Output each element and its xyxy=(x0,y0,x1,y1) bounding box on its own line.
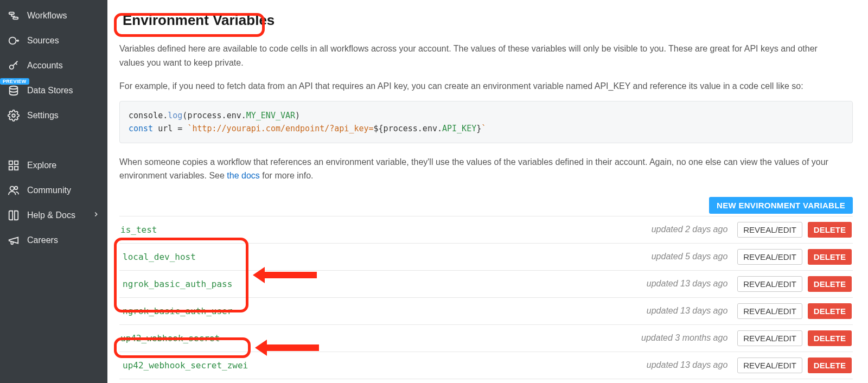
delete-button[interactable]: DELETE xyxy=(808,303,852,319)
key-icon xyxy=(8,60,20,72)
env-var-name: up42_webhook_secret_zwei xyxy=(120,360,647,371)
desc-para-1: Variables defined here are available to … xyxy=(119,42,841,69)
env-var-updated: updated 5 days ago xyxy=(652,252,728,261)
sidebar-item-label: Help & Docs xyxy=(27,210,75,220)
env-var-row: up42_webhook_secretupdated 3 months agoR… xyxy=(119,325,853,352)
sidebar-item-explore[interactable]: Explore xyxy=(0,153,107,178)
svg-rect-0 xyxy=(9,12,14,15)
book-icon xyxy=(8,209,20,221)
sidebar-group-secondary: Explore Community Help & Docs Careers xyxy=(0,153,107,253)
env-var-row: ngrok_basic_auth_userupdated 13 days ago… xyxy=(119,298,853,325)
sidebar-divider xyxy=(0,128,107,150)
users-icon xyxy=(8,184,20,196)
env-var-name: ngrok_basic_auth_user xyxy=(120,305,647,317)
delete-button[interactable]: DELETE xyxy=(808,249,852,265)
desc-para-2: For example, if you need to fetch data f… xyxy=(119,79,841,93)
sidebar-item-label: Sources xyxy=(27,36,59,46)
reveal-edit-button[interactable]: REVEAL/EDIT xyxy=(737,249,802,265)
sidebar-item-help-docs[interactable]: Help & Docs xyxy=(0,203,107,228)
svg-point-10 xyxy=(10,187,14,190)
svg-rect-1 xyxy=(13,17,18,20)
new-env-var-button[interactable]: NEW ENVIRONMENT VARIABLE xyxy=(709,197,853,214)
env-var-updated: updated 13 days ago xyxy=(647,360,727,370)
env-var-name: ngrok_basic_auth_pass xyxy=(120,278,647,290)
reveal-edit-button[interactable]: REVEAL/EDIT xyxy=(737,330,802,346)
env-var-updated: updated 3 months ago xyxy=(641,333,727,343)
svg-point-5 xyxy=(12,114,15,117)
preview-badge: PREVIEW xyxy=(0,78,29,85)
desc-para-3: When someone copies a workflow that refe… xyxy=(119,155,841,183)
delete-button[interactable]: DELETE xyxy=(808,330,852,346)
docs-link[interactable]: the docs xyxy=(227,171,259,180)
env-var-updated: updated 13 days ago xyxy=(647,306,727,316)
reveal-edit-button[interactable]: REVEAL/EDIT xyxy=(737,276,802,292)
svg-point-11 xyxy=(15,187,18,190)
sidebar-item-label: Explore xyxy=(27,161,56,170)
sidebar-item-settings[interactable]: Settings xyxy=(0,103,107,128)
delete-button[interactable]: DELETE xyxy=(808,276,852,292)
env-var-row: up42_webhook_secret_zweiupdated 13 days … xyxy=(119,352,853,379)
svg-rect-7 xyxy=(15,161,18,164)
env-var-row: ngrok_basic_auth_passupdated 13 days ago… xyxy=(119,271,853,298)
svg-point-2 xyxy=(9,37,16,44)
page-title: Environment Variables xyxy=(119,11,278,30)
env-var-row: local_dev_hostupdated 5 days agoREVEAL/E… xyxy=(119,244,853,271)
new-var-row: NEW ENVIRONMENT VARIABLE xyxy=(119,197,853,214)
env-var-row: is_testupdated 2 days agoREVEAL/EDITDELE… xyxy=(119,216,853,244)
svg-rect-6 xyxy=(9,161,12,164)
grid-icon xyxy=(8,159,20,171)
gear-icon xyxy=(8,110,20,122)
svg-rect-9 xyxy=(15,167,18,170)
env-var-name: up42_webhook_secret xyxy=(120,333,641,343)
sidebar-item-accounts[interactable]: Accounts xyxy=(0,53,107,78)
delete-button[interactable]: DELETE xyxy=(808,222,852,238)
env-var-updated: updated 2 days ago xyxy=(652,225,728,234)
code-example: console.log(process.env.MY_ENV_VAR) cons… xyxy=(119,101,853,143)
database-icon xyxy=(8,85,20,97)
sidebar-item-careers[interactable]: Careers xyxy=(0,228,107,253)
sidebar-item-label: Careers xyxy=(27,235,58,245)
reveal-edit-button[interactable]: REVEAL/EDIT xyxy=(737,222,802,238)
chevron-right-icon xyxy=(92,210,100,220)
reveal-edit-button[interactable]: REVEAL/EDIT xyxy=(737,358,802,373)
sidebar-item-label: Workflows xyxy=(27,11,67,21)
env-var-updated: updated 13 days ago xyxy=(647,279,727,289)
sidebar-item-label: Accounts xyxy=(27,61,63,71)
reveal-edit-button[interactable]: REVEAL/EDIT xyxy=(737,303,802,319)
sidebar: Workflows Sources Accounts PREVIEW Data … xyxy=(0,0,107,383)
main-content: Environment Variables Variables defined … xyxy=(107,0,868,383)
sidebar-item-data-stores[interactable]: PREVIEW Data Stores xyxy=(0,78,107,103)
sidebar-item-workflows[interactable]: Workflows xyxy=(0,3,107,28)
svg-point-4 xyxy=(10,86,18,90)
sidebar-item-label: Settings xyxy=(27,111,59,120)
env-var-name: local_dev_host xyxy=(120,251,652,263)
sidebar-item-community[interactable]: Community xyxy=(0,178,107,203)
env-var-list: is_testupdated 2 days agoREVEAL/EDITDELE… xyxy=(119,216,853,379)
svg-rect-8 xyxy=(9,167,12,170)
megaphone-icon xyxy=(8,234,20,246)
page-description: Variables defined here are available to … xyxy=(119,42,841,93)
delete-button[interactable]: DELETE xyxy=(808,358,852,373)
sidebar-group-primary: Workflows Sources Accounts PREVIEW Data … xyxy=(0,3,107,128)
env-var-name: is_test xyxy=(120,225,652,235)
sidebar-item-label: Data Stores xyxy=(27,86,73,95)
page-description-2: When someone copies a workflow that refe… xyxy=(119,155,841,183)
sidebar-item-sources[interactable]: Sources xyxy=(0,28,107,53)
workflows-icon xyxy=(8,10,20,22)
sidebar-item-label: Community xyxy=(27,186,71,195)
sources-icon xyxy=(8,35,20,47)
